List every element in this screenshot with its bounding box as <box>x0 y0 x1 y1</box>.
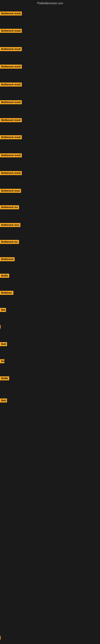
bottleneck-result-badge[interactable]: Bottle <box>0 274 9 278</box>
site-title: TheBottlenecker.com <box>0 0 100 6</box>
bottleneck-result-badge[interactable]: Bottleneck resu <box>0 223 20 227</box>
bottleneck-badge-row: Bottleneck resu <box>0 223 20 228</box>
bottleneck-result-badge[interactable]: Bottleneck result <box>0 64 22 69</box>
bottleneck-result-badge[interactable]: Bottleneck result <box>0 29 22 33</box>
bottleneck-result-badge[interactable]: Bottleneck res <box>0 240 19 244</box>
bottleneck-result-badge[interactable]: Bottleneck result <box>0 12 22 16</box>
bottleneck-result-badge[interactable]: Bottleneck result <box>0 118 22 122</box>
bottleneck-result-badge[interactable]: Bottleneck result <box>0 100 22 104</box>
bottleneck-badge-row: Bott <box>0 342 7 347</box>
bottleneck-badge-row: Bottleneck result <box>0 82 22 87</box>
bottleneck-badge-row: Bottleneck result <box>0 171 22 176</box>
bottleneck-badge-row: Bottleneck result <box>0 135 22 140</box>
bottleneck-badge-row: Bottleneck result <box>0 12 22 16</box>
text-cursor <box>0 325 0 329</box>
bottleneck-badge-row: Bottle <box>0 274 9 278</box>
bottleneck-badge-row: Bottleneck result <box>0 100 22 105</box>
bottleneck-result-badge[interactable]: Bottleneck result <box>0 171 22 175</box>
bottleneck-badge-row: Bottleneck result <box>0 118 22 123</box>
bottleneck-result-badge[interactable]: Bottleneck resul <box>0 189 21 193</box>
bottleneck-badge-row: Bot <box>0 308 6 313</box>
bottleneck-badge-row: Bottleneck res <box>0 205 19 210</box>
bottleneck-result-badge[interactable]: Bottlenec <box>0 291 13 295</box>
bottleneck-result-badge[interactable]: Bott <box>0 398 7 402</box>
bottleneck-badge-row: Bottleneck res <box>0 240 19 245</box>
bottleneck-badge-row: Bottleneck <box>0 257 15 262</box>
bottleneck-badge-row: Bottleneck result <box>0 47 22 52</box>
text-cursor <box>0 636 0 640</box>
bottleneck-badge-row: Bottlenec <box>0 291 13 296</box>
bottleneck-result-badge[interactable]: Bo <box>0 359 4 363</box>
bottleneck-result-badge[interactable]: Bottleneck result <box>0 82 22 86</box>
bottleneck-result-badge[interactable]: Bottleneck <box>0 257 15 261</box>
bottleneck-result-badge[interactable]: Bottleneck res <box>0 205 19 209</box>
bottleneck-result-badge[interactable]: Bot <box>0 308 6 312</box>
bottleneck-badge-row: Bottleneck result <box>0 153 22 158</box>
bottleneck-result-badge[interactable]: Bottleneck result <box>0 153 22 158</box>
bottleneck-badge-row: Bottleneck resul <box>0 189 21 194</box>
bottleneck-result-badge[interactable]: Bottle <box>0 376 9 380</box>
bottleneck-badge-row: Bott <box>0 398 7 403</box>
bottleneck-badge-row: Bottleneck result <box>0 64 22 70</box>
bottleneck-badge-row: Bottle <box>0 376 9 381</box>
bottleneck-result-badge[interactable]: Bottleneck result <box>0 135 22 139</box>
bottleneck-badge-row: Bo <box>0 359 4 364</box>
bottleneck-badge-row: Bottleneck result <box>0 29 22 34</box>
bottleneck-result-badge[interactable]: Bottleneck result <box>0 47 22 51</box>
bottleneck-result-badge[interactable]: Bott <box>0 342 7 346</box>
